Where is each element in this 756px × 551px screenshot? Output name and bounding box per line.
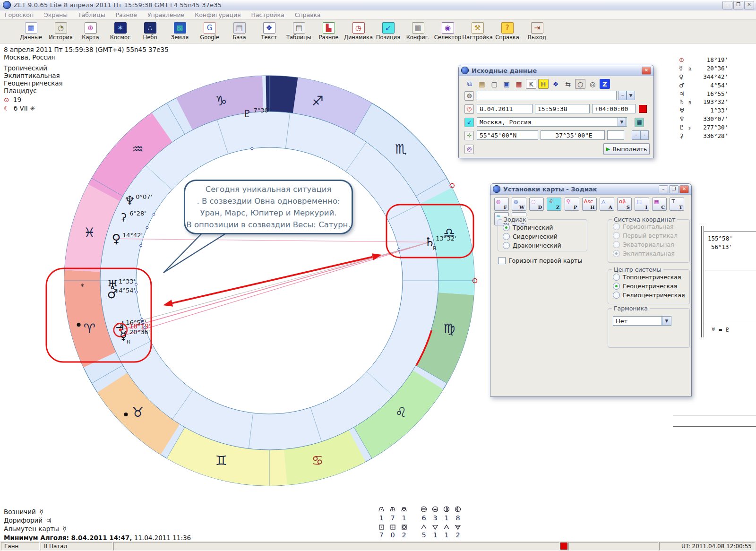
- moon-day-row: ☾ 6 VII ✳: [4, 104, 169, 112]
- toolbar-button[interactable]: ◷ Динамика: [344, 22, 373, 41]
- dialog-toolbar-icon[interactable]: ◎: [587, 79, 598, 89]
- harmonic-combo[interactable]: Нет: [613, 316, 662, 326]
- atlas-button[interactable]: ▦: [635, 118, 644, 127]
- time-field[interactable]: 15:59:38: [535, 104, 590, 113]
- toolbar-button[interactable]: ⚒ Настройка: [463, 22, 492, 41]
- close-icon[interactable]: ✕: [679, 185, 689, 193]
- toolbar-button[interactable]: ? Справка: [492, 22, 522, 41]
- toolbar-button-label: История: [49, 34, 72, 41]
- settings-tab[interactable]: □ I: [635, 198, 649, 211]
- summary-line: Альмутен карты☿: [4, 525, 191, 533]
- toolbar-button[interactable]: ◉ Селектор: [433, 22, 463, 41]
- dialog-toolbar-icon[interactable]: ⇆: [563, 79, 573, 89]
- settings-tab[interactable]: T T: [670, 198, 684, 211]
- toolbar-button[interactable]: ⊕ Карта: [76, 22, 105, 41]
- settings-tab[interactable]: ♌ Z: [547, 198, 561, 211]
- menu-item[interactable]: Таблицы: [78, 11, 105, 18]
- place-combo[interactable]: Москва, Россия: [477, 117, 627, 127]
- settings-tab[interactable]: ◍ W: [512, 198, 526, 211]
- main-toolbar: ▦ Данные ◔ История ⊕ Карта ✶ Космос ∴ Не…: [0, 20, 756, 43]
- app-logo-icon: [3, 1, 11, 9]
- close-icon[interactable]: ✕: [642, 67, 651, 75]
- menu-item[interactable]: Справка: [295, 11, 321, 18]
- latitude-field[interactable]: 55°45'00"N: [477, 130, 538, 140]
- menu-item[interactable]: Гороскоп: [5, 11, 34, 18]
- center-radio-option[interactable]: Гелиоцентрическая: [613, 291, 689, 299]
- zodiac-sign-glyph: ♓: [84, 225, 95, 241]
- place-dropdown-arrow-icon[interactable]: ▼: [618, 117, 626, 127]
- toolbar-button[interactable]: ◔ История: [46, 22, 76, 41]
- timezone-field[interactable]: +04:00:00: [592, 104, 636, 113]
- settings-tab[interactable]: ◌ D: [529, 198, 544, 211]
- dialog-toolbar-icon[interactable]: ⧉: [464, 79, 475, 89]
- event-dropdown-arrow-icon[interactable]: ▼: [627, 91, 635, 100]
- date-field[interactable]: 8.04.2011: [477, 104, 533, 113]
- settings-tab[interactable]: ▦ C: [652, 198, 667, 211]
- menu-item[interactable]: Разное: [116, 11, 137, 18]
- tab-glyph-icon: △: [601, 198, 605, 205]
- minimize-icon[interactable]: –: [659, 185, 668, 193]
- longitude-field[interactable]: 37°35'00"E: [541, 130, 605, 140]
- toolbar-button[interactable]: ▩ Земля: [165, 22, 195, 41]
- settings-tab[interactable]: Asc H: [582, 198, 597, 211]
- menu-item[interactable]: Настройка: [251, 11, 284, 18]
- spin-right-icon[interactable]: ›: [640, 130, 649, 140]
- toolbar-button[interactable]: ❖ Текст: [254, 22, 284, 41]
- toolbar-button[interactable]: ∴ Небо: [135, 22, 165, 41]
- time-indicator[interactable]: [639, 105, 647, 113]
- toolbar-button[interactable]: ▥ Конфиг.: [403, 22, 433, 41]
- minimize-button[interactable]: –: [722, 1, 732, 9]
- altitude-field[interactable]: [607, 130, 624, 140]
- dialog-toolbar-icon[interactable]: ○: [575, 79, 585, 89]
- zodiac-radio-option[interactable]: Тропический: [503, 224, 587, 232]
- dialog-toolbar-icon[interactable]: ▦: [514, 79, 524, 89]
- settings-tab[interactable]: △ A: [600, 198, 614, 211]
- annotation-text-line: Уран, Марс, Юпитер и Меркурий.: [185, 207, 352, 219]
- toolbar-button-icon: ◉: [442, 22, 454, 34]
- toolbar-button[interactable]: ⇥ Выход: [522, 22, 552, 41]
- horizon-checkbox-row[interactable]: Горизонт первой карты: [498, 257, 582, 264]
- dialog-toolbar-icon[interactable]: K: [526, 79, 536, 89]
- menu-item[interactable]: Управление: [147, 11, 184, 18]
- toolbar-button-icon: ▤: [293, 22, 305, 34]
- dialog-toolbar-icon[interactable]: ▣: [501, 79, 512, 89]
- retrograde-flag: s: [688, 126, 692, 130]
- tab-letter: F: [504, 205, 507, 210]
- toolbar-button[interactable]: ▙ Разное: [314, 22, 344, 41]
- settings-tab[interactable]: αβ S: [617, 198, 632, 211]
- toolbar-button[interactable]: G Google: [195, 22, 224, 41]
- dialog-toolbar-icon[interactable]: ▤: [477, 79, 487, 89]
- toolbar-button[interactable]: ▤ Таблицы: [284, 22, 314, 41]
- maximize-button[interactable]: ❐: [733, 1, 743, 9]
- dialog-toolbar-icon[interactable]: ▢: [489, 79, 499, 89]
- execute-button[interactable]: ▶ Выполнить: [603, 143, 650, 155]
- center-radio-option[interactable]: Геоцентрическая: [613, 282, 689, 290]
- menu-item[interactable]: Конфигурация: [195, 11, 241, 18]
- event-minus-button[interactable]: –: [619, 91, 627, 100]
- settings-tab[interactable]: ♀ P: [565, 198, 579, 211]
- toolbar-button[interactable]: ↙ Позиция: [373, 22, 403, 41]
- toolbar-button[interactable]: ▤ База: [224, 22, 254, 41]
- dialog-toolbar-icon[interactable]: ❖: [550, 79, 561, 89]
- toolbar-button-label: Таблицы: [286, 34, 311, 41]
- coordinate-radio-option: Горизонтальная: [613, 223, 689, 231]
- dialog-toolbar-icon[interactable]: Z: [600, 79, 610, 89]
- zodiac-sign-glyph: ♑: [215, 93, 227, 109]
- zodiac-radio-option[interactable]: Сидерический: [503, 232, 587, 241]
- harmonic-dropdown-arrow-icon[interactable]: ▼: [662, 316, 671, 326]
- close-button[interactable]: ✕: [744, 1, 754, 9]
- center-radio-option[interactable]: Топоцентрическая: [613, 273, 689, 281]
- svg-text:7°30': 7°30': [254, 107, 270, 114]
- coordinate-radio-option: Первый вертикал: [613, 232, 689, 240]
- settings-tab[interactable]: ◍ F: [494, 198, 509, 211]
- toolbar-button[interactable]: ▦ Данные: [16, 22, 46, 41]
- maximize-icon[interactable]: ❐: [669, 185, 679, 193]
- zodiac-radio-option[interactable]: Драконический: [503, 241, 587, 250]
- spin-left-icon[interactable]: ‹: [632, 130, 640, 140]
- svg-text:*: *: [80, 283, 84, 291]
- dialog-toolbar-icon[interactable]: H: [538, 79, 549, 89]
- toolbar-button[interactable]: ✶ Космос: [105, 22, 135, 41]
- coordinate-system-group: Система координат Горизонтальная Первый …: [608, 219, 690, 263]
- event-name-input[interactable]: [477, 91, 617, 100]
- menu-item[interactable]: Экраны: [44, 11, 68, 18]
